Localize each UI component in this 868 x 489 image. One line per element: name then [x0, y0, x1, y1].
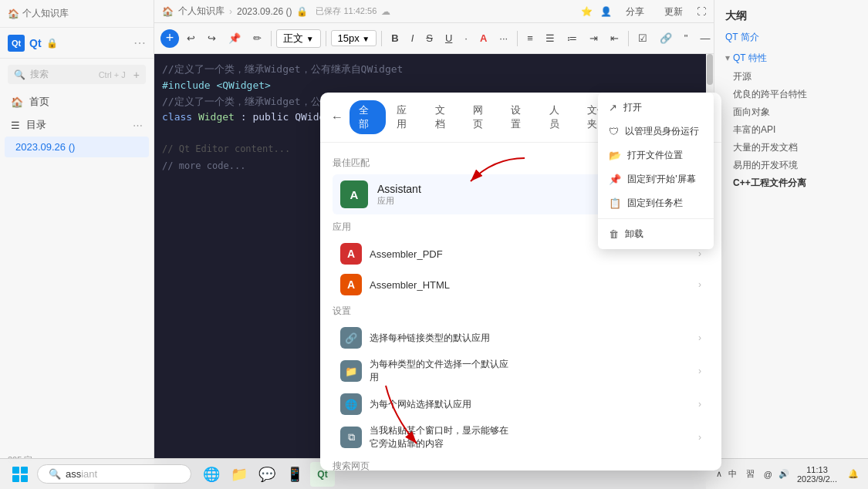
settings-web-icon: 🌐 [340, 393, 362, 415]
star-btn[interactable]: ⭐ [581, 6, 593, 17]
arrow-right-2: › [698, 279, 701, 290]
scroll-thumb[interactable] [707, 54, 713, 85]
sidebar-section-toc[interactable]: ☰ 目录 ⋯ [0, 113, 154, 137]
outline-crossplatform[interactable]: 优良的跨平台特性 [714, 86, 868, 103]
task-btn[interactable]: ☑ [633, 31, 652, 46]
sys-tray-at[interactable]: @ [761, 470, 775, 479]
sidebar-search[interactable]: 🔍 搜索 Ctrl + J + [8, 65, 146, 84]
color-btn[interactable]: A [475, 31, 491, 46]
context-open[interactable]: ↗ 打开 [598, 96, 714, 120]
share-btn[interactable]: 分享 [620, 4, 650, 20]
sys-tray-expand[interactable]: ∧ [716, 469, 722, 479]
sys-time[interactable]: 11:13 2023/9/2... [792, 465, 842, 484]
taskbar-search-text: assiant [66, 468, 97, 480]
tab-web[interactable]: 网页 [464, 100, 500, 134]
outline-qt-features[interactable]: ▾QT 特性 [714, 49, 868, 68]
hr-btn[interactable]: — [695, 31, 714, 46]
outline-easyenv[interactable]: 易用的开发环境 [714, 157, 868, 174]
settings-file-text: 为每种类型的文件选择一个默认应用 [370, 358, 691, 384]
assembler-html-icon: A [340, 274, 362, 295]
window-icon[interactable]: ⛶ [697, 6, 706, 17]
admin-icon: 🛡 [609, 126, 619, 137]
align-btn[interactable]: ≡ [522, 31, 538, 46]
dot-btn[interactable]: · [460, 31, 472, 46]
underline-btn[interactable]: U [441, 31, 457, 46]
taskbar-chat-icon[interactable]: 💬 [255, 462, 279, 487]
italic-btn[interactable]: I [407, 31, 419, 46]
undo-btn[interactable]: ↩ [182, 31, 200, 46]
settings-snap-icon: ⧉ [340, 427, 362, 448]
redo-btn[interactable]: ↪ [203, 31, 221, 46]
update-btn[interactable]: 更新 [658, 4, 689, 20]
bold-btn[interactable]: B [387, 31, 403, 46]
search-back-btn[interactable]: ← [331, 110, 343, 124]
settings-web-text: 为每个网站选择默认应用 [370, 398, 691, 411]
notification-btn[interactable]: 🔔 [845, 469, 862, 479]
context-pin-taskbar-label: 固定到任务栏 [627, 197, 683, 210]
outline-opensource[interactable]: 开源 [714, 68, 868, 86]
outline-docs[interactable]: 大量的开发文档 [714, 139, 868, 157]
app-assembler-html[interactable]: A Assembler_HTML › [333, 269, 709, 300]
style-btn[interactable]: 正文 ▼ [276, 29, 321, 48]
lock-icon: 🔒 [46, 38, 58, 49]
context-pin-start[interactable]: 📌 固定到'开始'屏幕 [598, 167, 714, 191]
sys-tray-lang[interactable]: 習 [743, 468, 758, 480]
taskbar-search-bar[interactable]: 🔍 assiant [37, 464, 191, 484]
context-run-admin[interactable]: 🛡 以管理员身份运行 [598, 120, 714, 143]
search-add-icon[interactable]: + [133, 69, 140, 81]
outline-cpp[interactable]: C++工程文件分离 [714, 174, 868, 192]
open-icon: ↗ [609, 102, 617, 113]
home-icon: 🏠 [11, 96, 23, 108]
outline-oop[interactable]: 面向对象 [714, 103, 868, 121]
settings-link-text: 选择每种链接类型的默认应用 [370, 332, 691, 345]
start-button[interactable] [6, 462, 34, 487]
context-pin-taskbar[interactable]: 📋 固定到任务栏 [598, 191, 714, 215]
settings-default-apps-links[interactable]: 🔗 选择每种链接类型的默认应用 › [333, 322, 709, 353]
sep5 [628, 31, 629, 46]
link-btn[interactable]: 🔗 [655, 31, 677, 46]
quote-btn[interactable]: " [680, 31, 693, 46]
settings-default-apps-files[interactable]: 📁 为每种类型的文件选择一个默认应用 › [333, 353, 709, 389]
list-btn[interactable]: ☰ [541, 31, 559, 46]
outline-qt-intro[interactable]: QT 简介 [714, 28, 868, 47]
tab-settings[interactable]: 设置 [502, 100, 538, 134]
sys-tray-cn[interactable]: 中 [725, 468, 740, 480]
settings-default-apps-web[interactable]: 🌐 为每个网站选择默认应用 › [333, 389, 709, 420]
win-quad-2 [21, 467, 28, 474]
toc-label: 目录 [26, 118, 46, 132]
win-quad-1 [12, 467, 19, 474]
highlight-btn[interactable]: ✏ [248, 31, 266, 46]
tab-docs[interactable]: 文档 [426, 100, 462, 134]
add-btn[interactable]: + [160, 29, 179, 48]
settings-snap-window[interactable]: ⧉ 当我粘贴某个窗口时，显示能够在它旁边贴靠的内容 › [333, 420, 709, 455]
user-btn[interactable]: 👤 [600, 6, 612, 17]
outline-richapi[interactable]: 丰富的API [714, 121, 868, 139]
sidebar-date-item[interactable]: 2023.09.26 () [5, 137, 149, 157]
tab-apps[interactable]: 应用 [387, 100, 424, 134]
sidebar-more-btn[interactable]: ⋯ [133, 35, 146, 50]
sidebar-item-home[interactable]: 🏠 首页 [0, 90, 154, 113]
strike-btn[interactable]: S [421, 31, 437, 46]
taskbar-phone-icon[interactable]: 📱 [282, 462, 307, 487]
taskbar-edge-icon[interactable]: 🌐 [199, 462, 224, 487]
toc-more-icon[interactable]: ⋯ [133, 120, 143, 131]
outdent-btn[interactable]: ⇤ [606, 31, 623, 46]
sidebar-app-left: Qt Qt 🔒 [8, 35, 58, 52]
tab-people[interactable]: 人员 [540, 100, 576, 134]
sep1 [271, 31, 272, 46]
pin-btn[interactable]: 📌 [224, 31, 245, 46]
list2-btn[interactable]: ≔ [562, 31, 582, 46]
indent-btn[interactable]: ⇥ [585, 31, 603, 46]
sys-tray-volume[interactable]: 🔊 [778, 469, 789, 479]
context-open-location[interactable]: 📂 打开文件位置 [598, 143, 714, 167]
context-uninstall[interactable]: 🗑 卸载 [598, 222, 714, 246]
taskbar-explorer-icon[interactable]: 📁 [227, 462, 252, 487]
more-format-btn[interactable]: ··· [495, 31, 512, 46]
breadcrumb-text: 个人知识库 [22, 7, 69, 20]
left-sidebar: 🏠 个人知识库 Qt Qt 🔒 ⋯ 🔍 搜索 Ctrl + J + 🏠 首页 ☰… [0, 0, 154, 489]
fontsize-btn[interactable]: 15px ▼ [331, 30, 377, 46]
pin-start-icon: 📌 [609, 174, 621, 185]
home-label: 首页 [29, 95, 49, 109]
search-icon: 🔍 [14, 69, 25, 80]
tab-all[interactable]: 全部 [350, 100, 386, 134]
